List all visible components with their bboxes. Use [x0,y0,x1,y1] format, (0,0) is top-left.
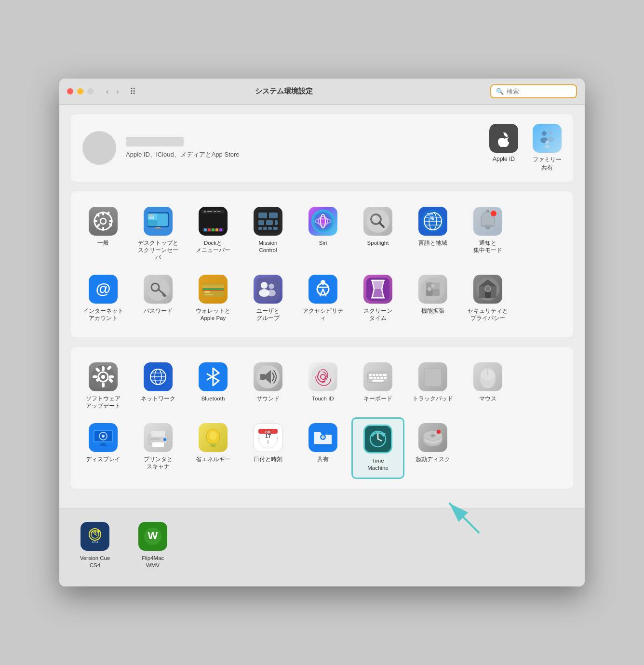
pref-display[interactable]: ディスプレイ [77,417,130,479]
svg-rect-32 [217,211,220,212]
search-icon: 🔍 [496,88,504,95]
pref-touchid[interactable]: Touch ID [296,357,349,415]
svg-rect-67 [427,213,433,214]
pref-timemachine[interactable]: TimeMachine [351,417,404,479]
screentime-icon [363,275,392,304]
prefs-section-2: ソフトウェアアップデート [71,347,573,489]
pref-versioncue[interactable]: VC CS4 Version CueCS4 [71,516,119,575]
pref-desktop[interactable]: デスクトップとスクリーンセーバ [132,201,185,267]
accessibility-label: アクセシビリティ [300,307,346,322]
svg-rect-110 [433,289,440,296]
svg-text:@: @ [95,280,110,297]
pref-security[interactable]: セキュリティとプライバシー [461,269,514,328]
svg-rect-89 [256,278,280,301]
svg-rect-10 [94,220,97,222]
svg-point-112 [431,284,435,288]
profile-name-placeholder [126,137,184,146]
printer-label: プリンタとスキャナ [144,456,173,470]
svg-point-58 [372,215,376,219]
trackpad-label: トラックパッド [413,395,453,402]
flip4mac-label: Flip4MacWMV [142,555,164,569]
security-label: セキュリティとプライバシー [468,307,508,322]
svg-rect-44 [275,220,278,225]
pref-siri[interactable]: Siri [296,201,349,267]
prefs-row-4: ディスプレイ [77,417,567,479]
users-icon [254,275,282,304]
mouse-icon [473,362,502,391]
pref-internet[interactable]: @ インターネットアカウント [77,269,130,328]
screentime-label: スクリーンタイム [363,307,392,322]
pref-spotlight[interactable]: Spotlight [351,201,404,267]
pref-password[interactable]: パスワード [132,269,185,328]
pref-flip4mac[interactable]: W Flip4MacWMV [129,516,177,575]
pref-sharing[interactable]: 共有 [296,417,349,479]
extensions-label: 機能拡張 [421,307,444,315]
versioncue-label: Version CueCS4 [80,555,110,569]
family-icon [533,124,562,153]
pref-software[interactable]: ソフトウェアアップデート [77,357,130,415]
family-sharing-item[interactable]: ファミリー共有 [533,124,562,172]
spotlight-icon [363,207,392,236]
svg-rect-86 [204,294,213,295]
pref-screentime[interactable]: スクリーンタイム [351,269,404,328]
pref-language[interactable]: 地 言語と地域 [406,201,459,267]
pref-users[interactable]: ユーザとグループ [242,269,295,328]
pref-trackpad[interactable]: トラックパッド [406,357,459,415]
display-label: ディスプレイ [86,456,121,463]
svg-rect-84 [202,285,224,288]
pref-printer[interactable]: プリンタとスキャナ [132,417,185,479]
svg-point-169 [102,435,105,438]
titlebar: ‹ › ⠿ システム環境設定 🔍 [59,79,585,105]
desktop-icon [144,207,173,236]
svg-rect-152 [383,374,387,376]
datetime-icon: TUE 17 [254,423,282,452]
mission-label: MissionControl [259,239,278,254]
touchid-icon [309,362,337,391]
pref-energy[interactable]: 省エネルギー [187,417,240,479]
close-button[interactable] [67,88,73,94]
internet-icon: @ [89,275,118,304]
svg-rect-88 [202,290,224,291]
svg-point-93 [267,290,276,296]
svg-rect-47 [268,227,272,230]
datetime-label: 日付と時刻 [254,456,282,463]
svg-text:17: 17 [265,433,271,439]
spotlight-label: Spotlight [367,239,389,247]
trackpad-icon [418,362,447,391]
pref-datetime[interactable]: TUE 17 日付と時刻 [242,417,295,479]
pref-general[interactable]: 一般 [77,201,130,267]
svg-rect-40 [258,213,267,218]
svg-line-185 [219,430,221,431]
profile-right: Apple ID [489,124,562,172]
apple-id-item[interactable]: Apple ID [489,124,518,172]
pref-sound[interactable]: サウンド [242,357,295,415]
pref-mission[interactable]: MissionControl [242,201,295,267]
keyboard-icon [363,362,392,391]
search-input[interactable] [507,88,574,95]
pref-extensions[interactable]: 機能拡張 [406,269,459,328]
startup-label: 起動ディスク [416,456,450,463]
minimize-button[interactable] [77,88,83,94]
svg-rect-26 [154,228,162,229]
search-box[interactable]: 🔍 [490,84,577,98]
profile-left: Apple ID、iCloud、メディアとApp Store [82,131,240,165]
pref-notification[interactable]: 通知と集中モード [461,201,514,267]
pref-dock[interactable]: Dockとメニューバー [187,201,240,267]
svg-rect-121 [102,366,105,371]
pref-mouse[interactable]: マウス [461,357,514,415]
energy-label: 省エネルギー [196,456,230,463]
avatar [82,131,116,165]
pref-wallet[interactable]: ウォレットとApple Pay [187,269,240,328]
sharing-label: 共有 [317,456,329,463]
pref-bluetooth[interactable]: Bluetooth [187,357,240,415]
pref-accessibility[interactable]: アクセシビリティ [296,269,349,328]
pref-network[interactable]: ネットワーク [132,357,185,415]
pref-keyboard[interactable]: キーボード [351,357,404,415]
accessibility-icon [309,275,337,304]
svg-rect-171 [99,445,107,446]
pref-startup[interactable]: 起動ディスク [406,417,459,479]
svg-rect-149 [373,374,375,376]
svg-rect-153 [369,377,373,379]
svg-rect-181 [210,443,216,445]
software-icon [89,362,118,391]
